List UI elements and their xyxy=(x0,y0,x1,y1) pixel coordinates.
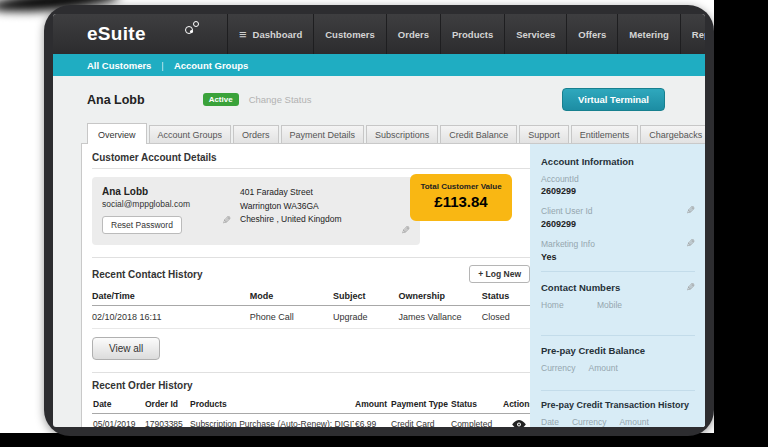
col-mode: Mode xyxy=(250,287,333,306)
tab-credit-balance[interactable]: Credit Balance xyxy=(440,125,517,143)
detail-email: social@mppglobal.com xyxy=(102,199,208,209)
client-user-id-label: Client User Id xyxy=(541,206,593,216)
account-details-heading: Customer Account Details xyxy=(92,152,530,169)
subnav-account-groups[interactable]: Account Groups xyxy=(174,60,248,71)
nav-item-orders[interactable]: Orders xyxy=(386,14,440,54)
mockup-canvas: eSuite ≡ Dashboard Customers Orders Prod… xyxy=(0,0,768,447)
tab-orders[interactable]: Orders xyxy=(233,125,279,143)
customer-identity: Ana Lobb social@mppglobal.com Reset Pass… xyxy=(102,186,208,236)
order-id-link[interactable]: 17903385 xyxy=(144,414,189,428)
contact-ownership-link[interactable]: James Vallance xyxy=(399,306,482,329)
tab-account-groups[interactable]: Account Groups xyxy=(149,125,232,143)
app-header: eSuite ≡ Dashboard Customers Orders Prod… xyxy=(53,14,705,54)
currency-label: Currency xyxy=(541,363,575,373)
col-amount: Amount xyxy=(354,395,390,414)
contact-numbers-heading: Contact Numbers xyxy=(541,282,620,293)
nav-item-services[interactable]: Services xyxy=(504,14,566,54)
change-status-link[interactable]: Change Status xyxy=(249,94,312,105)
tab-support[interactable]: Support xyxy=(519,125,569,143)
tab-subscriptions[interactable]: Subscriptions xyxy=(366,125,438,143)
sidebar-divider xyxy=(541,335,695,336)
address-line-1: 401 Faraday Street xyxy=(240,186,342,200)
order-amount: €6.99 xyxy=(354,414,390,428)
customer-name: Ana Lobb xyxy=(87,93,145,107)
account-information-heading: Account Information xyxy=(541,156,695,167)
contact-status: Closed xyxy=(482,306,530,329)
col-subject: Subject xyxy=(333,287,399,306)
contact-datetime: 02/10/2018 16:11 xyxy=(92,306,250,329)
virtual-terminal-button[interactable]: Virtual Terminal xyxy=(562,88,665,111)
main-nav: ≡ Dashboard Customers Orders Products Se… xyxy=(227,14,705,54)
tab-entitlements[interactable]: Entitlements xyxy=(571,125,639,143)
status-badge: Active xyxy=(203,93,239,106)
logo[interactable]: eSuite xyxy=(53,14,227,54)
currency-label: Currency xyxy=(572,417,606,427)
nav-item-metering[interactable]: Metering xyxy=(617,14,680,54)
customer-bar: Ana Lobb Active Change Status Virtual Te… xyxy=(53,76,705,111)
prepay-history-heading: Pre-pay Credit Transaction History xyxy=(541,400,695,410)
contact-history-header: Recent Contact History + Log New xyxy=(92,258,530,283)
sub-nav: All Customers | Account Groups xyxy=(53,54,705,76)
order-row: 05/01/2019 17903385 Subscription Purchas… xyxy=(92,414,536,428)
order-date: 05/01/2019 xyxy=(92,414,144,428)
address-line-3: Cheshire , United Kingdom xyxy=(240,213,342,227)
contact-row: 02/10/2018 16:11 Phone Call Upgrade Jame… xyxy=(92,306,530,329)
total-value-amount: £113.84 xyxy=(410,193,512,210)
order-history-header: Recent Order History xyxy=(92,373,530,391)
contact-history-heading: Recent Contact History xyxy=(92,269,203,280)
tab-chargebacks[interactable]: Chargebacks xyxy=(640,125,705,143)
nav-item-dashboard[interactable]: ≡ Dashboard xyxy=(227,14,313,54)
background-black-right xyxy=(714,0,768,447)
amount-label: Amount xyxy=(588,363,617,373)
reset-password-button[interactable]: Reset Password xyxy=(102,216,182,234)
nav-item-reports[interactable]: Reports xyxy=(680,14,705,54)
nav-label: Customers xyxy=(325,29,375,40)
home-label: Home xyxy=(541,300,597,310)
nav-label: Dashboard xyxy=(253,29,303,40)
contact-mode: Phone Call xyxy=(250,306,333,329)
col-status: Status xyxy=(482,287,530,306)
col-ownership: Ownership xyxy=(399,287,482,306)
edit-client-user-id-pencil-icon[interactable]: ✎ xyxy=(686,204,695,217)
info-sidebar: Account Information AccountId 2609299 Cl… xyxy=(530,144,705,427)
nav-item-customers[interactable]: Customers xyxy=(313,14,386,54)
view-all-button[interactable]: View all xyxy=(92,337,160,360)
total-customer-value-box: Total Customer Value £113.84 xyxy=(410,174,512,221)
log-new-button[interactable]: + Log New xyxy=(469,265,530,283)
nav-label: Services xyxy=(516,29,555,40)
order-status: Completed xyxy=(450,414,502,428)
client-user-id-value: 2609299 xyxy=(541,219,695,229)
subnav-all-customers[interactable]: All Customers xyxy=(87,60,151,71)
nav-item-products[interactable]: Products xyxy=(440,14,504,54)
edit-contact-numbers-pencil-icon[interactable]: ✎ xyxy=(686,281,695,294)
tab-payment-details[interactable]: Payment Details xyxy=(281,125,365,143)
nav-label: Metering xyxy=(629,29,669,40)
col-products: Products xyxy=(189,395,354,414)
edit-address-pencil-icon[interactable]: ✎ xyxy=(401,224,410,237)
date-label: Date xyxy=(541,417,559,427)
nav-label: Reports xyxy=(692,29,705,40)
col-order-id: Order Id xyxy=(144,395,189,414)
col-date: Date xyxy=(92,395,144,414)
sidebar-divider xyxy=(541,390,695,391)
nav-label: Orders xyxy=(398,29,429,40)
view-order-eye-icon[interactable] xyxy=(512,420,526,427)
nav-item-offers[interactable]: Offers xyxy=(566,14,617,54)
prepay-balance-heading: Pre-pay Credit Balance xyxy=(541,345,695,356)
edit-marketing-info-pencil-icon[interactable]: ✎ xyxy=(686,237,695,250)
edit-identity-pencil-icon[interactable]: ✎ xyxy=(222,214,231,227)
col-status: Status xyxy=(450,395,502,414)
overview-card: Customer Account Details Ana Lobb social… xyxy=(81,143,705,427)
contact-subject-link[interactable]: Upgrade xyxy=(333,306,399,329)
col-datetime: Date/Time xyxy=(92,287,250,306)
tab-bar: Overview Account Groups Orders Payment D… xyxy=(87,119,705,143)
menu-icon: ≡ xyxy=(239,27,247,42)
accountid-value: 2609299 xyxy=(541,186,695,196)
overview-left-pane: Customer Account Details Ana Lobb social… xyxy=(92,152,530,427)
tab-overview[interactable]: Overview xyxy=(87,123,147,144)
nav-label: Offers xyxy=(578,29,606,40)
marketing-info-label: Marketing Info xyxy=(541,239,595,249)
address-line-2: Warrington WA36GA xyxy=(240,200,342,214)
order-history-table: Date Order Id Products Amount Payment Ty… xyxy=(92,395,536,427)
total-value-label: Total Customer Value xyxy=(410,182,512,191)
